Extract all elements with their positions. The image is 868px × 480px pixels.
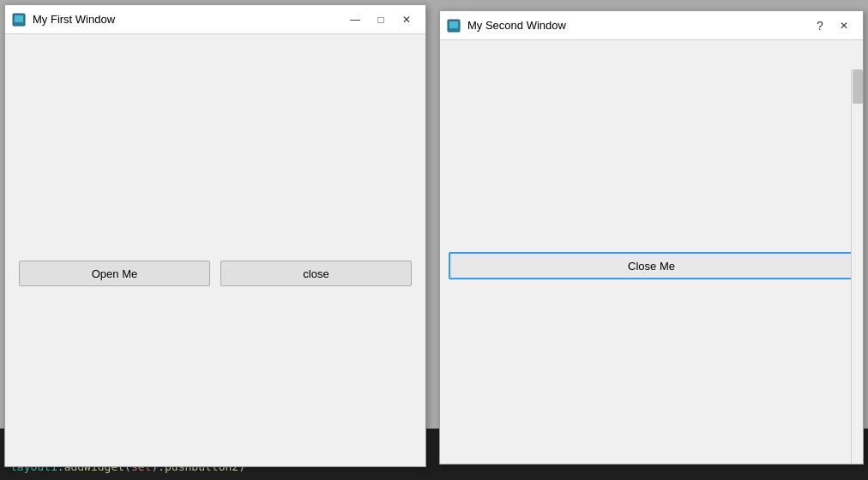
svg-rect-1 (15, 15, 23, 22)
first-window-minimize-button[interactable]: — (343, 9, 367, 30)
scrollbar-track[interactable] (851, 69, 863, 464)
second-window-content: Close Me (440, 40, 863, 464)
first-window-button-area: Open Me close (5, 261, 425, 286)
first-window-icon (12, 13, 26, 27)
second-window-icon (447, 19, 461, 33)
open-me-button[interactable]: Open Me (19, 261, 210, 286)
second-window-titlebar: My Second Window ? ✕ (440, 11, 863, 40)
svg-rect-4 (449, 21, 458, 28)
first-window-close-button[interactable]: ✕ (395, 9, 419, 30)
second-window: My Second Window ? ✕ Close Me (439, 10, 864, 465)
second-window-help-button[interactable]: ? (810, 15, 830, 36)
first-window-titlebar: My First Window — □ ✕ (5, 5, 425, 34)
first-window-maximize-button[interactable]: □ (369, 9, 393, 30)
first-window-controls: — □ ✕ (343, 9, 419, 30)
close-me-button[interactable]: Close Me (449, 252, 854, 279)
svg-rect-5 (449, 28, 458, 31)
first-window-title: My First Window (33, 13, 343, 26)
second-window-close-button[interactable]: ✕ (832, 15, 856, 36)
second-window-button-area: Close Me (440, 252, 863, 279)
close-button[interactable]: close (220, 261, 412, 286)
scrollbar-thumb[interactable] (853, 69, 863, 104)
second-window-controls: ? ✕ (810, 15, 856, 36)
second-window-title: My Second Window (467, 19, 810, 32)
svg-rect-2 (15, 22, 23, 25)
first-window: My First Window — □ ✕ Open Me close (4, 4, 426, 467)
first-window-content: Open Me close (5, 34, 425, 466)
desktop: layout1.addWidget(sel).pushbutton2) My F… (0, 0, 868, 480)
